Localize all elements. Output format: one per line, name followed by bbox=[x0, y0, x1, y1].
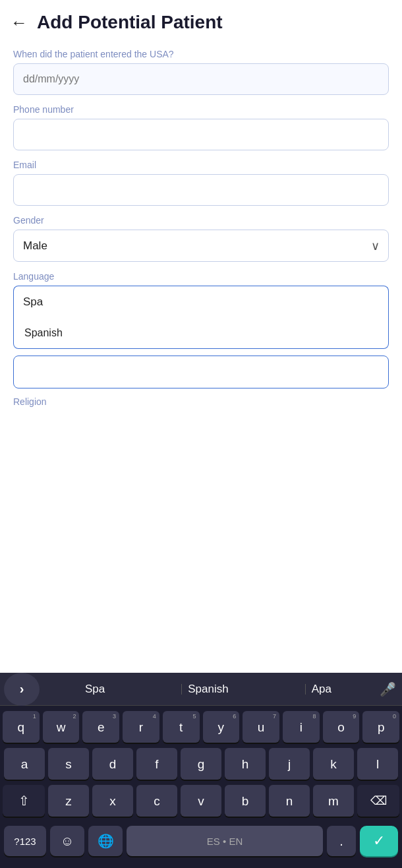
keyboard-key-rows: 1q 2w 3e 4r 5t 6y 7u 8i 9o 0p a s d f g … bbox=[0, 706, 402, 823]
phone-input[interactable] bbox=[13, 119, 389, 150]
shift-key[interactable]: ⇧ bbox=[3, 785, 45, 817]
key-y[interactable]: 6y bbox=[203, 711, 240, 743]
key-n[interactable]: n bbox=[269, 785, 310, 817]
period-key[interactable]: . bbox=[327, 826, 356, 856]
key-m[interactable]: m bbox=[313, 785, 354, 817]
key-h[interactable]: h bbox=[225, 748, 266, 780]
back-button[interactable]: ← bbox=[11, 14, 28, 31]
autocomplete-item-spanish[interactable]: Spanish bbox=[14, 318, 388, 348]
key-c[interactable]: c bbox=[136, 785, 177, 817]
key-p[interactable]: 0p bbox=[362, 711, 399, 743]
space-label: ES • EN bbox=[207, 836, 243, 847]
numeric-toggle-label: ?123 bbox=[14, 836, 36, 847]
language-autocomplete-wrap: Spanish bbox=[13, 286, 389, 349]
key-x[interactable]: x bbox=[92, 785, 133, 817]
date-label: When did the patient entered the USA? bbox=[13, 49, 389, 59]
key-i[interactable]: 8i bbox=[283, 711, 320, 743]
key-w[interactable]: 2w bbox=[43, 711, 80, 743]
keyboard-row-3: ⇧ z x c v b n m ⌫ bbox=[3, 785, 399, 817]
done-icon: ✓ bbox=[373, 832, 385, 850]
keyboard-suggestions-bar: › Spa Spanish Apa 🎤 bbox=[0, 673, 402, 706]
religion-label: Religion bbox=[13, 396, 389, 407]
key-u[interactable]: 7u bbox=[243, 711, 279, 743]
suggestion-spanish[interactable]: Spanish bbox=[181, 683, 235, 696]
email-label: Email bbox=[13, 160, 389, 170]
keyboard-row-1: 1q 2w 3e 4r 5t 6y 7u 8i 9o 0p bbox=[3, 711, 399, 743]
autocomplete-dropdown: Spanish bbox=[13, 318, 389, 349]
secondary-input[interactable] bbox=[13, 356, 389, 388]
microphone-button[interactable]: 🎤 bbox=[373, 673, 402, 706]
key-e[interactable]: 3e bbox=[82, 711, 119, 743]
email-input[interactable] bbox=[13, 174, 389, 206]
key-f[interactable]: f bbox=[136, 748, 177, 780]
key-r[interactable]: 4r bbox=[123, 711, 159, 743]
gender-select[interactable]: Male Female Other bbox=[13, 230, 389, 262]
key-j[interactable]: j bbox=[269, 748, 310, 780]
numeric-toggle-button[interactable]: ?123 bbox=[4, 826, 46, 856]
date-input[interactable] bbox=[13, 63, 389, 95]
key-k[interactable]: k bbox=[313, 748, 354, 780]
key-l[interactable]: l bbox=[357, 748, 398, 780]
done-button[interactable]: ✓ bbox=[360, 826, 398, 856]
suggestions-list: Spa Spanish Apa bbox=[43, 673, 373, 705]
key-g[interactable]: g bbox=[181, 748, 221, 780]
keyboard-row-2: a s d f g h j k l bbox=[3, 748, 399, 780]
language-label: Language bbox=[13, 271, 389, 282]
key-t[interactable]: 5t bbox=[163, 711, 200, 743]
key-d[interactable]: d bbox=[92, 748, 133, 780]
suggestion-spa[interactable]: Spa bbox=[78, 683, 111, 696]
key-s[interactable]: s bbox=[48, 748, 89, 780]
keyboard-bottom-row: ?123 ☺ 🌐 ES • EN . ✓ bbox=[0, 823, 402, 861]
key-q[interactable]: 1q bbox=[3, 711, 40, 743]
space-key[interactable]: ES • EN bbox=[127, 826, 323, 856]
key-a[interactable]: a bbox=[4, 748, 45, 780]
emoji-icon: ☺ bbox=[61, 834, 74, 849]
gender-label: Gender bbox=[13, 215, 389, 226]
backspace-key[interactable]: ⌫ bbox=[357, 785, 399, 817]
arrow-right-icon: › bbox=[20, 681, 24, 697]
period-label: . bbox=[339, 834, 343, 849]
globe-button[interactable]: 🌐 bbox=[88, 826, 123, 856]
key-o[interactable]: 9o bbox=[323, 711, 360, 743]
form-area: When did the patient entered the USA? Ph… bbox=[0, 40, 402, 673]
key-v[interactable]: v bbox=[181, 785, 221, 817]
keyboard-arrow-button[interactable]: › bbox=[4, 673, 40, 706]
page-title: Add Potential Patient bbox=[37, 12, 223, 33]
suggestion-apa[interactable]: Apa bbox=[305, 683, 338, 696]
key-z[interactable]: z bbox=[48, 785, 89, 817]
phone-label: Phone number bbox=[13, 104, 389, 115]
globe-icon: 🌐 bbox=[98, 833, 114, 849]
emoji-button[interactable]: ☺ bbox=[50, 826, 84, 856]
microphone-icon: 🎤 bbox=[380, 681, 396, 697]
header: ← Add Potential Patient bbox=[0, 0, 402, 40]
language-input[interactable] bbox=[13, 286, 389, 318]
key-b[interactable]: b bbox=[225, 785, 266, 817]
gender-select-wrapper: Male Female Other ∨ bbox=[13, 230, 389, 262]
keyboard: › Spa Spanish Apa 🎤 1q 2w 3e 4r 5t 6y 7u… bbox=[0, 673, 402, 868]
